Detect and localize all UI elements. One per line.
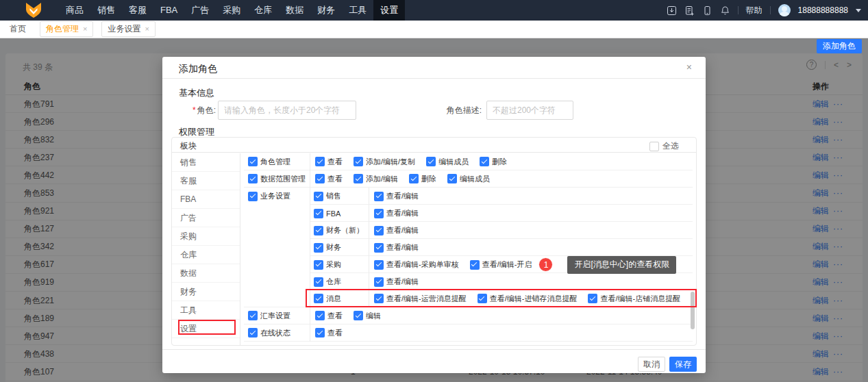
perm-checkbox-label: 查看 [327, 328, 343, 338]
module-tab-1[interactable]: 销售 [172, 153, 240, 172]
perm-row-9: 消息查看/编辑-运营消息提醒查看/编辑-进销存消息提醒查看/编辑-店铺消息提醒 [244, 290, 693, 307]
nav-item-9[interactable]: 财务 [310, 0, 342, 21]
module-checkbox: 销售 [314, 191, 341, 201]
checkbox-checked-icon[interactable] [315, 174, 325, 183]
checkbox-checked-icon[interactable] [248, 174, 258, 183]
checkbox-checked-icon[interactable] [374, 192, 384, 201]
checkbox-checked-icon[interactable] [248, 328, 258, 338]
checkbox-checked-icon[interactable] [374, 226, 384, 235]
tab-1[interactable]: 首页 [10, 23, 26, 35]
perm-items-cell: 查看添加/编辑/复制编辑成员删除 [310, 153, 693, 170]
checkbox-checked-icon[interactable] [480, 157, 489, 166]
checkbox-checked-icon[interactable] [314, 192, 323, 201]
checkbox-checked-icon[interactable] [315, 311, 325, 320]
close-icon[interactable]: × [686, 62, 692, 72]
nav-item-7[interactable]: 仓库 [247, 0, 279, 21]
checkbox-checked-icon[interactable] [315, 328, 325, 338]
module-tab-2[interactable]: 客服 [172, 172, 240, 190]
module-checkbox-label: 财务 [326, 242, 341, 253]
check-mark [317, 311, 322, 317]
checkbox-checked-icon[interactable] [447, 174, 457, 183]
tab-close-icon[interactable]: × [145, 25, 149, 33]
checkbox-checked-icon[interactable] [315, 157, 325, 166]
check-mark [315, 261, 321, 266]
checkbox-checked-icon[interactable] [374, 260, 384, 270]
add-role-button[interactable]: 添加角色 [817, 39, 862, 53]
bell-icon[interactable] [720, 5, 730, 16]
checkbox-checked-icon[interactable] [374, 209, 384, 218]
checkbox-checked-icon[interactable] [470, 260, 480, 270]
mobile-icon[interactable] [702, 5, 712, 16]
check-mark [355, 311, 360, 317]
nav-separator [738, 6, 739, 14]
checkbox-checked-icon[interactable] [374, 277, 384, 287]
checkbox-checked-icon[interactable] [314, 277, 323, 287]
tab-close-icon[interactable]: × [83, 25, 87, 33]
save-button[interactable]: 保存 [669, 357, 697, 372]
help-link[interactable]: 帮助 [746, 5, 762, 16]
module-tab-10[interactable]: 设置 [172, 320, 240, 338]
nav-item-3[interactable]: 客服 [122, 0, 153, 21]
nav-item-5[interactable]: 广告 [184, 0, 216, 21]
perm-checkbox: 查看/编辑 [374, 191, 419, 201]
checkbox-checked-icon[interactable] [314, 243, 323, 253]
cancel-button[interactable]: 取消 [638, 357, 665, 372]
select-all-checkbox[interactable]: 全选 [649, 140, 679, 152]
nav-item-6[interactable]: 采购 [216, 0, 247, 21]
nav-item-1[interactable]: 商品 [59, 0, 90, 21]
perm-checkbox-label: 查看/编辑 [386, 191, 419, 201]
perm-items-cell: 查看添加/编辑删除编辑成员 [310, 170, 693, 187]
user-avatar[interactable] [778, 4, 791, 16]
checkbox-checked-icon[interactable] [374, 294, 384, 303]
tab-2[interactable]: 角色管理× [40, 21, 93, 37]
checkbox-checked-icon[interactable] [478, 294, 487, 303]
scrollbar-thumb[interactable] [691, 292, 695, 329]
nav-item-2[interactable]: 销售 [90, 0, 122, 21]
checkbox-checked-icon[interactable] [248, 192, 258, 201]
check-mark [590, 294, 595, 300]
module-tab-7[interactable]: 数据 [172, 264, 240, 283]
checkbox-checked-icon[interactable] [248, 311, 258, 320]
perm-items-cell: 查看编辑 [310, 307, 693, 324]
download-icon[interactable] [667, 5, 677, 16]
checkbox-checked-icon[interactable] [354, 311, 363, 320]
checkbox-checked-icon[interactable] [354, 174, 363, 183]
checkbox-checked-icon[interactable] [409, 174, 419, 183]
nav-item-8[interactable]: 数据 [279, 0, 310, 21]
nav-item-4[interactable]: FBA [153, 0, 184, 21]
module-tab-8[interactable]: 财务 [172, 283, 240, 301]
checkbox-checked-icon[interactable] [426, 157, 436, 166]
module-tab-4[interactable]: 广告 [172, 209, 240, 227]
nav-item-10[interactable]: 工具 [342, 0, 373, 21]
checkbox-unchecked[interactable] [649, 142, 659, 151]
check-mark [249, 192, 255, 198]
module-tab-6[interactable]: 仓库 [172, 246, 240, 264]
checkbox-checked-icon[interactable] [314, 260, 323, 270]
grid-divider-2 [369, 188, 369, 307]
role-desc-input[interactable] [486, 101, 573, 120]
tab-3[interactable]: 业务设置× [101, 21, 155, 37]
account-number[interactable]: 18888888888 [798, 5, 848, 15]
tooltip-message: 开启[消息中心]的查看权限 [567, 256, 676, 274]
perm-checkbox-label: 编辑成员 [438, 157, 469, 167]
checkbox-checked-icon[interactable] [314, 226, 323, 235]
perm-row-11: 在线状态查看 [244, 324, 693, 342]
checkbox-checked-icon[interactable] [314, 294, 323, 303]
checkbox-checked-icon[interactable] [314, 209, 323, 218]
document-add-icon[interactable] [684, 5, 695, 16]
checkbox-checked-icon[interactable] [354, 157, 363, 166]
role-name-input[interactable] [218, 101, 356, 120]
perm-checkbox: 查看/编辑 [374, 277, 419, 287]
check-mark [479, 294, 484, 300]
checkbox-checked-icon[interactable] [374, 243, 384, 253]
module-tab-5[interactable]: 采购 [172, 227, 240, 246]
perm-checkbox-label: 查看/编辑 [386, 277, 419, 287]
chevron-down-icon[interactable] [856, 9, 861, 12]
nav-item-11[interactable]: 设置 [373, 0, 405, 21]
perm-checkbox-label: 查看/编辑 [386, 208, 419, 218]
checkbox-checked-icon[interactable] [248, 157, 258, 166]
module-tab-9[interactable]: 工具 [172, 301, 240, 320]
checkbox-checked-icon[interactable] [588, 294, 597, 303]
module-tab-3[interactable]: FBA [172, 190, 240, 209]
check-mark [315, 244, 321, 249]
